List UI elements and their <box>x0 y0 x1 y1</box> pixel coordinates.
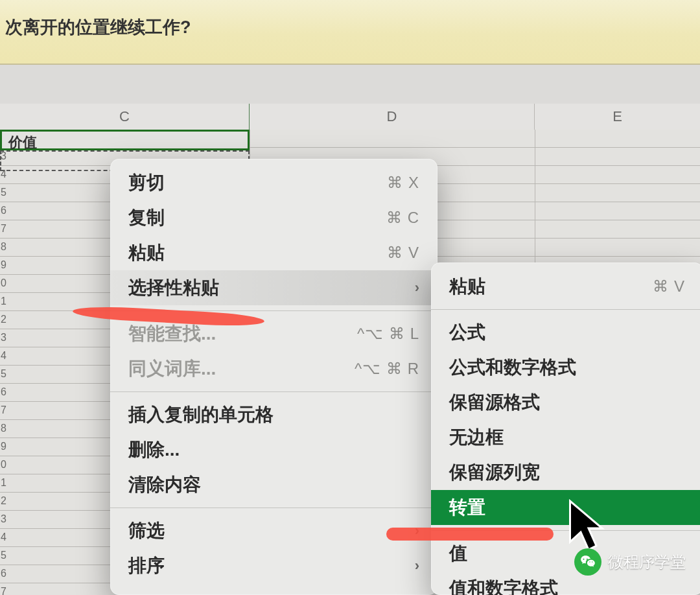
row-num: 6 <box>0 205 6 216</box>
menu-separator <box>110 391 438 392</box>
menu-label: 保留源格式 <box>449 390 540 415</box>
menu-insert-copied-cells[interactable]: 插入复制的单元格 <box>110 397 438 432</box>
menu-label: 保留源列宽 <box>449 460 540 485</box>
menu-label: 同义词库... <box>128 356 216 381</box>
column-header-c[interactable]: C <box>0 104 250 130</box>
row-num: 6 <box>0 386 6 398</box>
submenu-paste[interactable]: 粘贴 ⌘ V <box>431 269 700 304</box>
menu-paste-special[interactable]: 选择性粘贴 › <box>110 270 438 305</box>
submenu-formulas-number-format[interactable]: 公式和数字格式 <box>431 350 700 385</box>
row-num: 1 <box>0 477 6 489</box>
menu-clear-contents[interactable]: 清除内容 <box>110 467 438 502</box>
row-num: 6 <box>0 568 6 579</box>
row-num: 3 <box>0 332 6 344</box>
menu-label: 转置 <box>449 495 485 520</box>
menu-paste[interactable]: 粘贴 ⌘ V <box>110 235 438 270</box>
row-num: 8 <box>0 423 6 434</box>
menu-shortcut: ^⌥ ⌘ L <box>357 325 419 343</box>
chevron-right-icon: › <box>402 279 419 296</box>
menu-delete[interactable]: 删除... <box>110 432 438 467</box>
menu-label: 粘贴 <box>128 240 165 265</box>
menu-label: 公式 <box>449 320 485 345</box>
banner-text: 次离开的位置继续工作? <box>5 18 191 37</box>
row-num: 3 <box>0 513 6 525</box>
row-num: 5 <box>0 550 6 561</box>
row-num: 5 <box>0 187 6 198</box>
row-num: 7 <box>0 404 6 416</box>
menu-shortcut: ⌘ X <box>387 174 419 192</box>
row-num: 7 <box>0 223 6 235</box>
submenu-keep-source-formatting[interactable]: 保留源格式 <box>431 385 700 420</box>
row-num: 2 <box>0 495 6 507</box>
menu-label: 选择性粘贴 <box>128 275 219 300</box>
menu-copy[interactable]: 复制 ⌘ C <box>110 200 438 235</box>
annotation-stroke <box>386 528 554 541</box>
menu-label: 公式和数字格式 <box>449 355 576 380</box>
menu-shortcut: ^⌥ ⌘ R <box>355 360 419 378</box>
menu-thesaurus[interactable]: 同义词库... ^⌥ ⌘ R <box>110 351 438 386</box>
active-cell-value: 价值 <box>2 132 248 154</box>
row-num: 5 <box>0 368 6 380</box>
menu-label: 值和数字格式 <box>449 576 558 595</box>
menu-label: 无边框 <box>449 425 504 450</box>
menu-label: 值 <box>449 541 467 566</box>
row-num: 9 <box>0 259 6 271</box>
submenu-formulas[interactable]: 公式 <box>431 315 700 350</box>
column-header-e[interactable]: E <box>535 104 700 130</box>
menu-label: 排序 <box>128 554 165 578</box>
row-num: 1 <box>0 296 6 307</box>
row-num: 0 <box>0 459 6 471</box>
menu-label: 智能查找... <box>128 321 216 346</box>
menu-label: 剪切 <box>128 170 165 195</box>
active-cell[interactable]: 价值 <box>0 130 250 150</box>
menu-shortcut: ⌘ V <box>387 244 419 262</box>
submenu-keep-column-width[interactable]: 保留源列宽 <box>431 455 700 490</box>
column-headers: C D E <box>0 104 700 130</box>
menu-label: 删除... <box>128 438 180 462</box>
menu-label: 粘贴 <box>449 274 485 299</box>
menu-label: 插入复制的单元格 <box>128 402 274 427</box>
menu-label: 清除内容 <box>128 472 201 497</box>
menu-shortcut: ⌘ V <box>653 277 685 296</box>
row-num: 4 <box>0 350 6 362</box>
resume-prompt-banner: 次离开的位置继续工作? <box>0 0 700 65</box>
row-num: 0 <box>0 277 6 289</box>
menu-separator <box>110 508 438 508</box>
row-num: 4 <box>0 531 6 543</box>
menu-shortcut: ⌘ C <box>386 209 419 227</box>
row-num: 8 <box>0 241 6 253</box>
row-num: 7 <box>0 586 6 595</box>
watermark: 微程序学堂 <box>574 548 686 576</box>
menu-sort[interactable]: 排序 › <box>110 548 438 583</box>
wechat-icon <box>574 548 601 576</box>
menu-label: 复制 <box>128 205 165 230</box>
submenu-no-border[interactable]: 无边框 <box>431 420 700 455</box>
menu-separator <box>431 309 700 310</box>
chevron-right-icon: › <box>402 557 419 574</box>
menu-cut[interactable]: 剪切 ⌘ X <box>110 165 438 200</box>
row-num: 2 <box>0 314 6 325</box>
menu-label: 筛选 <box>128 519 165 543</box>
row-num: 9 <box>0 441 6 452</box>
watermark-label: 微程序学堂 <box>608 552 686 572</box>
column-header-d[interactable]: D <box>250 104 535 130</box>
